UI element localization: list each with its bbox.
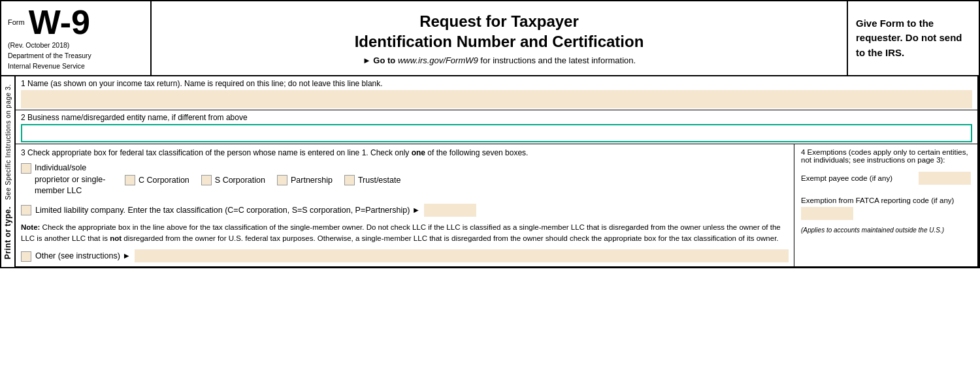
note-not-bold: not [110, 234, 122, 242]
tax-classification-row: Individual/sole proprietor or single-mem… [21, 163, 789, 197]
dept-treasury: Department of the Treasury [8, 51, 144, 61]
field-1-label: 1 Name (as shown on your income tax retu… [21, 79, 972, 88]
note-text: Note: Check the appropriate box in the l… [21, 222, 789, 245]
checkbox-individual-box[interactable] [21, 163, 31, 174]
checkbox-llc-box[interactable] [21, 205, 31, 215]
field-2-section: 2 Business name/disregarded entity name,… [16, 110, 977, 144]
fatca-row: Exemption from FATCA reporting code (if … [801, 196, 971, 220]
w9-title: W-9 [29, 5, 90, 39]
checkbox-c-corp-label: C Corporation [139, 176, 189, 185]
checkbox-trust-box[interactable] [344, 175, 355, 185]
form-header: Form W-9 (Rev. October 2018) Department … [1, 1, 979, 76]
llc-row: Limited liability company. Enter the tax… [21, 204, 789, 217]
checkbox-c-corp: C Corporation [125, 174, 189, 185]
field-2-label: 2 Business name/disregarded entity name,… [21, 113, 972, 122]
form-number: Form W-9 [8, 5, 144, 39]
checkbox-partnership-label: Partnership [291, 176, 333, 185]
exemptions-title: 4 Exemptions (codes apply only to certai… [801, 148, 971, 164]
applies-note: (Applies to accounts maintained outside … [801, 227, 971, 234]
fatca-label: Exemption from FATCA reporting code (if … [801, 196, 971, 204]
checkbox-s-corp-label: S Corporation [215, 176, 265, 185]
main-title-line1: Request for Taxpayer [165, 11, 834, 31]
checkbox-trust-label: Trust/estate [358, 176, 401, 185]
header-left: Form W-9 (Rev. October 2018) Department … [1, 1, 152, 75]
checkbox-partnership: Partnership [277, 174, 333, 185]
sidebar: Print or type. See Specific Instructions… [1, 76, 16, 267]
w9-form: Form W-9 (Rev. October 2018) Department … [0, 0, 980, 268]
checkbox-partnership-box[interactable] [277, 175, 287, 185]
field3-text-end: of the following seven boxes. [425, 148, 528, 157]
checkbox-other-box[interactable] [21, 251, 31, 262]
form-label: Form [8, 18, 25, 26]
exemptions-col: 4 Exemptions (codes apply only to certai… [794, 144, 977, 266]
checkbox-c-corp-box[interactable] [125, 175, 135, 185]
give-form-text: Give Form to the requester. Do not send … [856, 16, 971, 61]
arrow-icon: ► Go to [363, 55, 395, 65]
irs-label: Internal Revenue Service [8, 61, 144, 72]
field-1-input[interactable] [21, 90, 972, 108]
irs-link: www.irs.gov/FormW9 [398, 55, 478, 65]
main-title-line2: Identification Number and Certification [165, 31, 834, 52]
main-content: 1 Name (as shown on your income tax retu… [16, 76, 979, 267]
field3-one-bold: one [412, 148, 425, 157]
field-3-label: 3 Check appropriate box for federal tax … [21, 148, 789, 157]
sidebar-text: Print or type. See Specific Instructions… [3, 84, 12, 259]
sidebar-bold: Print or type. [3, 206, 12, 259]
field-1-section: 1 Name (as shown on your income tax retu… [16, 76, 977, 110]
checkbox-individual-label: Individual/sole proprietor or single-mem… [35, 163, 113, 197]
note-bold: Note: [21, 223, 40, 231]
field-3-main: 3 Check appropriate box for federal tax … [16, 144, 794, 266]
field3-text-start: 3 Check appropriate box for federal tax … [21, 148, 412, 157]
header-right: Give Form to the requester. Do not send … [848, 1, 979, 75]
header-center: Request for Taxpayer Identification Numb… [152, 1, 848, 75]
other-row: Other (see instructions) ► [21, 249, 789, 262]
field-2-input[interactable] [21, 124, 972, 142]
llc-input[interactable] [424, 204, 476, 217]
checkbox-individual: Individual/sole proprietor or single-mem… [21, 163, 113, 197]
checkbox-s-corp-box[interactable] [201, 175, 212, 185]
form-main-title: Request for Taxpayer Identification Numb… [165, 11, 834, 52]
form-meta: (Rev. October 2018) Department of the Tr… [8, 40, 144, 71]
fatca-input[interactable] [801, 207, 853, 220]
rev-date: (Rev. October 2018) [8, 40, 144, 51]
exempt-payee-label: Exempt payee code (if any) [801, 174, 892, 182]
exempt-payee-input[interactable] [919, 172, 971, 185]
sub-instruction: ► Go to www.irs.gov/FormW9 for instructi… [165, 55, 834, 65]
other-input[interactable] [135, 249, 789, 262]
note-body2: disregarded from the owner for U.S. fede… [122, 234, 778, 242]
other-label: Other (see instructions) ► [35, 251, 131, 260]
llc-label: Limited liability company. Enter the tax… [35, 206, 420, 215]
checkbox-trust: Trust/estate [344, 174, 401, 185]
form-body: Print or type. See Specific Instructions… [1, 76, 979, 267]
checkbox-s-corp: S Corporation [201, 174, 265, 185]
field-3-section: 3 Check appropriate box for federal tax … [16, 144, 977, 267]
exempt-payee-row: Exempt payee code (if any) [801, 172, 971, 185]
instruction-suffix: for instructions and the latest informat… [480, 55, 636, 65]
